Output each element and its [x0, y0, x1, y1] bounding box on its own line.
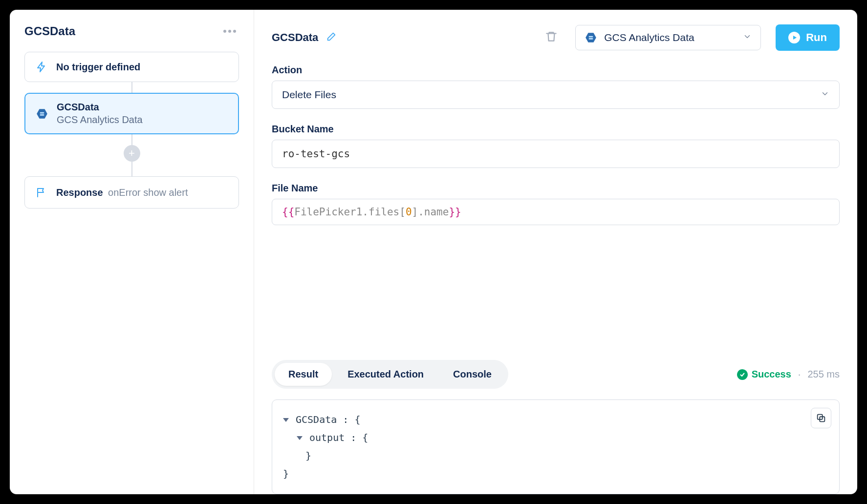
action-value: Delete Files — [282, 89, 336, 101]
resource-select[interactable]: GCS Analytics Data — [575, 25, 761, 50]
svg-rect-1 — [40, 112, 44, 113]
svg-marker-0 — [37, 109, 47, 119]
trigger-label: No trigger defined — [56, 62, 140, 73]
step-text: GCSData GCS Analytics Data — [57, 102, 143, 126]
bucket-field: Bucket Name ro-test-gcs — [272, 124, 840, 168]
json-line-close-child: } — [297, 447, 828, 465]
file-field: File Name {{FilePicker1.files[0].name}} — [272, 183, 840, 225]
status-separator: · — [798, 369, 801, 380]
app-window: GCSData No trigger defined GCSData GCS A… — [10, 10, 857, 494]
connector-line — [131, 134, 132, 145]
status-time: 255 ms — [807, 369, 840, 380]
result-box: GCSData : { output : { } } — [272, 399, 840, 494]
sidebar-title: GCSData — [24, 24, 75, 38]
response-card[interactable]: Response onError show alert — [24, 176, 239, 209]
bucket-label: Bucket Name — [272, 124, 840, 135]
bucket-value: ro-test-gcs — [282, 148, 350, 160]
resource-select-label: GCS Analytics Data — [604, 32, 694, 43]
tabbar-row: Result Executed Action Console Success ·… — [272, 360, 840, 389]
caret-down-icon — [297, 436, 303, 440]
file-label: File Name — [272, 183, 840, 194]
status-row: Success · 255 ms — [737, 369, 840, 380]
response-label: Response — [56, 187, 103, 198]
trash-icon[interactable] — [545, 30, 558, 45]
caret-down-icon — [283, 418, 289, 422]
form-area: Action Delete Files Bucket Name ro-test-… — [254, 64, 857, 240]
sidebar: GCSData No trigger defined GCSData GCS A… — [10, 10, 254, 494]
step-card[interactable]: GCSData GCS Analytics Data — [24, 93, 239, 134]
topbar: GCSData GCS Analytics Data Run — [254, 10, 857, 64]
run-button[interactable]: Run — [776, 24, 840, 51]
response-text: Response onError show alert — [56, 187, 188, 198]
step-title: GCSData — [57, 102, 143, 113]
page-title: GCSData — [272, 31, 318, 44]
bolt-icon — [35, 60, 48, 74]
add-step-button[interactable]: + — [124, 145, 140, 162]
svg-marker-6 — [793, 36, 797, 40]
connector-line — [131, 82, 132, 93]
json-line-child[interactable]: output : { — [297, 429, 828, 447]
check-icon — [737, 369, 748, 380]
chevron-down-icon — [821, 89, 829, 101]
status-label: Success — [752, 369, 791, 380]
connector-line — [131, 162, 132, 176]
response-sub: onError show alert — [108, 187, 188, 198]
sidebar-header: GCSData — [24, 24, 239, 38]
chevron-down-icon — [743, 32, 752, 43]
action-label: Action — [272, 64, 840, 76]
tab-result[interactable]: Result — [275, 363, 332, 386]
bottom-panel: Result Executed Action Console Success ·… — [254, 350, 857, 494]
step-subtitle: GCS Analytics Data — [57, 114, 143, 126]
svg-marker-3 — [585, 33, 596, 42]
copy-button[interactable] — [811, 408, 831, 428]
gcs-icon — [35, 107, 49, 121]
svg-rect-4 — [589, 36, 593, 38]
gcs-icon — [585, 31, 597, 44]
json-line-root[interactable]: GCSData : { — [283, 411, 828, 429]
run-button-label: Run — [806, 31, 827, 44]
main-panel: GCSData GCS Analytics Data Run — [254, 10, 857, 494]
status-badge: Success — [737, 369, 791, 380]
tabbar: Result Executed Action Console — [272, 360, 508, 389]
bucket-input[interactable]: ro-test-gcs — [272, 140, 840, 168]
play-icon — [788, 32, 800, 43]
svg-rect-2 — [40, 114, 44, 116]
svg-rect-5 — [589, 38, 593, 40]
tab-executed-action[interactable]: Executed Action — [334, 363, 437, 386]
action-field: Action Delete Files — [272, 64, 840, 109]
file-input[interactable]: {{FilePicker1.files[0].name}} — [272, 199, 840, 225]
tab-console[interactable]: Console — [439, 363, 505, 386]
file-expression: {{FilePicker1.files[0].name}} — [282, 206, 461, 218]
action-select[interactable]: Delete Files — [272, 81, 840, 109]
flag-icon — [35, 186, 48, 199]
more-icon[interactable] — [220, 27, 239, 36]
json-line-close-root: } — [283, 465, 828, 483]
edit-icon[interactable] — [326, 31, 337, 44]
trigger-card[interactable]: No trigger defined — [24, 52, 239, 82]
